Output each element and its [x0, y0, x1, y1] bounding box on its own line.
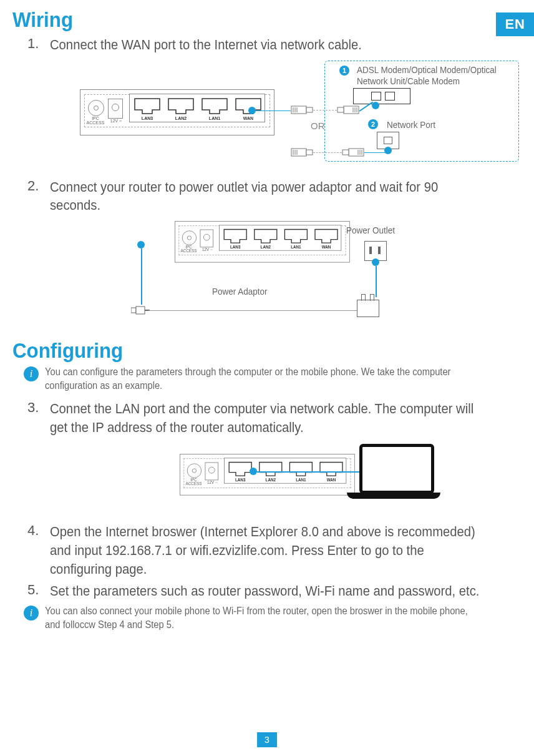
info-icon: i [24, 366, 39, 381]
step-number: 4. [27, 523, 50, 578]
port-label-lan3: LAN3 [134, 116, 161, 120]
step-2: 2. Connect your router to power outlet v… [27, 178, 522, 215]
router-back-panel: IPC ACCESS 12V ⎓ LAN3 LAN2 LAN1 WAN [80, 89, 274, 135]
callout-dot-icon [372, 258, 379, 266]
info-text: You can also connect your mobile phone t… [45, 604, 483, 632]
svg-rect-6 [337, 107, 344, 112]
step-1: 1. Connect the WAN port to the Internet … [27, 36, 522, 54]
power-brick-icon [357, 300, 379, 317]
info-text: You can configure the parameters through… [45, 365, 483, 393]
option-badge-2: 2 [368, 119, 378, 129]
svg-rect-0 [291, 106, 306, 114]
port-label-wan: WAN [235, 116, 262, 120]
12v-label: 12V ⎓ [107, 119, 125, 123]
step-text: Connect your router to power outlet via … [50, 178, 484, 215]
step-3: 3. Connet the LAN port and the computer … [27, 400, 522, 436]
svg-rect-10 [291, 149, 306, 156]
network-port-label: Network Port [387, 119, 435, 130]
power-jack-icon [108, 99, 123, 119]
step-text: Open the Internet broswer (Internet Expl… [50, 523, 484, 578]
heading-configuring: Configuring [12, 338, 481, 363]
step-number: 3. [27, 400, 50, 436]
dc-plug-icon [131, 306, 150, 317]
step-text: Set the parameters such as router passwo… [50, 582, 484, 601]
port-label-lan2: LAN2 [167, 116, 195, 120]
svg-rect-16 [342, 150, 349, 155]
step-5: 5. Set the parameters such as router pas… [27, 582, 522, 601]
step-number: 5. [27, 582, 50, 601]
step-text: Connect the WAN port to the Internet via… [50, 36, 484, 54]
svg-rect-1 [306, 107, 313, 112]
step-text: Connet the LAN port and the computer via… [50, 400, 484, 436]
heading-wiring: Wiring [12, 7, 481, 32]
rj45-plug-icon [342, 148, 364, 157]
ipc-access-button-icon [88, 100, 104, 116]
info-note-2: i You can also connect your mobile phone… [24, 604, 522, 632]
port-label-lan1: LAN1 [201, 116, 228, 120]
laptop-icon [359, 444, 440, 499]
callout-dot-icon [372, 102, 379, 109]
svg-rect-15 [349, 149, 364, 156]
modem-label: ADSL Modem/Optical Modem/Optical Network… [357, 64, 497, 88]
router-back-panel: IPC ACCESS 12V ⎓ LAN3 LAN2 LAN1 WAN [180, 454, 355, 496]
figure-wiring-power: IPC ACCESS 12V ⎓ LAN3 LAN2 LAN1 WAN Powe… [12, 221, 522, 327]
or-label: OR [311, 120, 325, 131]
step-number: 1. [27, 36, 50, 54]
modem-icon [353, 88, 410, 104]
power-adaptor-label: Power Adaptor [212, 286, 268, 297]
callout-dot-icon [137, 241, 145, 248]
svg-rect-21 [136, 307, 145, 314]
option-badge-1: 1 [339, 66, 349, 76]
svg-rect-5 [344, 106, 359, 114]
rj45-plug-icon [291, 148, 313, 157]
power-outlet-label: Power Outlet [346, 225, 395, 235]
rj45-plug-icon [337, 106, 359, 114]
step-4: 4. Open the Internet broswer (Internet E… [27, 523, 522, 578]
figure-wiring-wan: IPC ACCESS 12V ⎓ LAN3 LAN2 LAN1 WAN 1 AD… [12, 61, 522, 167]
svg-rect-20 [131, 308, 136, 313]
router-back-panel: IPC ACCESS 12V ⎓ LAN3 LAN2 LAN1 WAN [175, 221, 350, 263]
language-tab: EN [496, 12, 534, 36]
figure-lan-to-computer: IPC ACCESS 12V ⎓ LAN3 LAN2 LAN1 WAN [12, 443, 522, 511]
info-icon: i [24, 606, 39, 621]
ipc-label: IPC ACCESS [84, 116, 107, 125]
rj45-plug-icon [291, 106, 313, 114]
svg-rect-11 [306, 150, 313, 155]
page-number: 3 [257, 732, 277, 747]
step-number: 2. [27, 178, 50, 215]
info-note-1: i You can configure the parameters throu… [24, 365, 522, 393]
